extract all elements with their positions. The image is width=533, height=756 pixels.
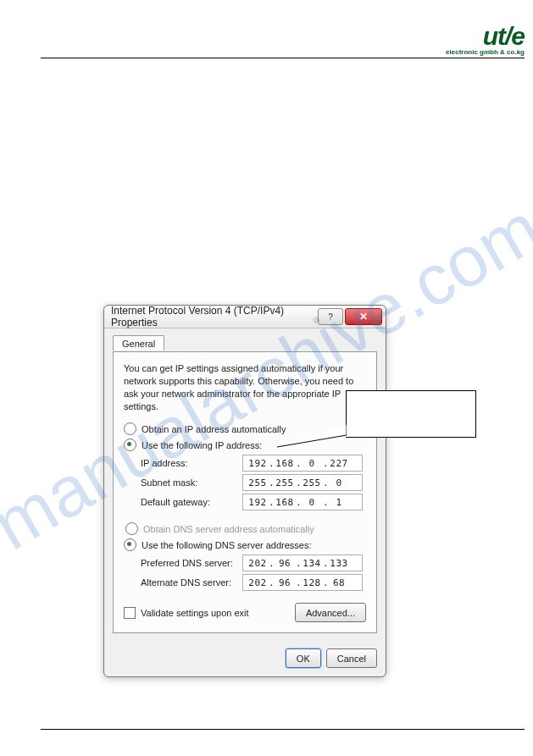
logo-main: ut/e [446, 24, 525, 49]
ip-address-input[interactable]: 192. 168. 0. 227 [242, 455, 363, 472]
tab-strip: General [113, 334, 377, 352]
advanced-button[interactable]: Advanced... [295, 603, 366, 622]
radio-auto-dns-label: Obtain DNS server address automatically [143, 524, 314, 534]
radio-static-dns-label: Use the following DNS server addresses: [142, 540, 312, 550]
ip-address-label: IP address: [141, 458, 242, 468]
ip-address-field: IP address: 192. 168. 0. 227 [141, 455, 366, 472]
radio-auto-ip-label: Obtain an IP address automatically [142, 424, 286, 434]
radio-auto-dns-row: Obtain DNS server address automatically [125, 522, 366, 535]
radio-icon [124, 439, 136, 451]
preferred-dns-field: Preferred DNS server: 202. 96. 134. 133 [141, 555, 366, 571]
page-header: ut/e electronic gmbh & co.kg [41, 17, 525, 58]
alternate-dns-field: Alternate DNS server: 202. 96. 128. 68 [141, 574, 366, 591]
radio-static-ip-label: Use the following IP address: [142, 440, 262, 450]
alternate-dns-input[interactable]: 202. 96. 128. 68 [242, 574, 363, 591]
close-button[interactable]: ✕ [345, 308, 382, 325]
cancel-button[interactable]: Cancel [326, 648, 377, 668]
validate-label: Validate settings upon exit [141, 608, 249, 618]
logo-sub: electronic gmbh & co.kg [446, 49, 525, 56]
ipv4-properties-dialog: Internet Protocol Version 4 (TCP/IPv4) P… [103, 305, 386, 677]
preferred-dns-label: Preferred DNS server: [141, 558, 242, 568]
validate-checkbox[interactable] [124, 607, 136, 619]
titlebar[interactable]: Internet Protocol Version 4 (TCP/IPv4) P… [104, 306, 386, 328]
tab-general[interactable]: General [113, 335, 164, 350]
alternate-dns-label: Alternate DNS server: [141, 577, 242, 588]
page-footer-rule [41, 729, 525, 731]
ok-button[interactable]: OK [286, 648, 321, 668]
logo: ut/e electronic gmbh & co.kg [446, 24, 525, 56]
dialog-buttons: OK Cancel [104, 642, 386, 676]
default-gateway-label: Default gateway: [141, 497, 242, 507]
default-gateway-input[interactable]: 192. 168. 0. 1 [242, 494, 363, 510]
dialog-title: Internet Protocol Version 4 (TCP/IPv4) P… [111, 305, 316, 328]
help-button[interactable]: ? [318, 308, 343, 325]
preferred-dns-input[interactable]: 202. 96. 134. 133 [242, 555, 363, 571]
callout-annotation [346, 390, 476, 438]
subnet-mask-label: Subnet mask: [141, 477, 242, 488]
subnet-mask-input[interactable]: 255. 255. 255. 0 [242, 474, 363, 491]
radio-icon [125, 522, 138, 535]
subnet-mask-field: Subnet mask: 255. 255. 255. 0 [141, 474, 366, 491]
radio-icon [124, 538, 136, 551]
tab-panel: You can get IP settings assigned automat… [113, 352, 377, 633]
radio-icon [124, 422, 136, 435]
intro-text: You can get IP settings assigned automat… [124, 362, 366, 412]
radio-static-ip-row[interactable]: Use the following IP address: [124, 439, 366, 451]
radio-static-dns-row[interactable]: Use the following DNS server addresses: [124, 538, 366, 551]
default-gateway-field: Default gateway: 192. 168. 0. 1 [141, 494, 366, 510]
